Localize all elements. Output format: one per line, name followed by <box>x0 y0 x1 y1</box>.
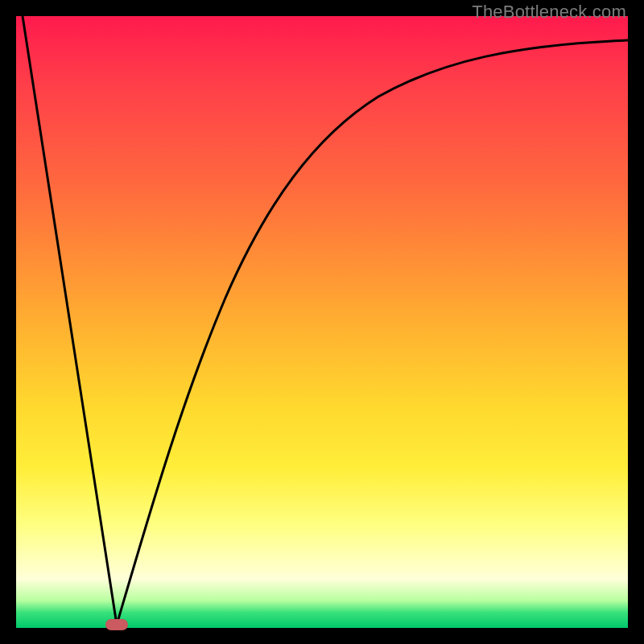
chart-frame: TheBottleneck.com <box>0 0 644 644</box>
left-arm-path <box>23 16 117 625</box>
right-arm-path <box>117 40 628 625</box>
plot-area <box>16 16 628 628</box>
min-marker <box>105 619 128 630</box>
curve-svg <box>16 16 628 628</box>
